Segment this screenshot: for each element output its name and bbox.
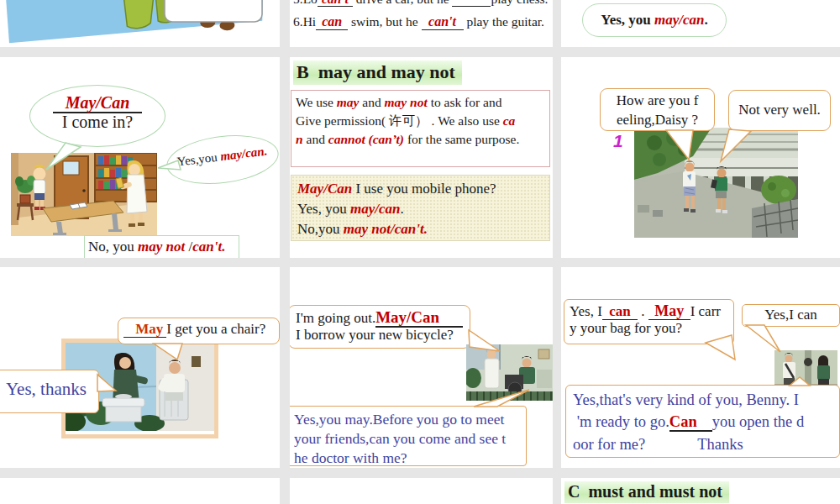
bag-red-can: can [602,304,638,320]
example-text: . [401,201,404,217]
slide-number-badge: 1 [613,131,623,151]
classroom-illustration [11,153,157,236]
benny-red-can: Can [669,413,712,432]
bag-text-4: y your bag for you? [570,320,733,337]
speech-bubble-yes-i-can: Yes,I can [742,304,840,327]
exercise-5-mid: drive a car, but he [353,0,453,6]
benny-line-2a: 'm ready to go. [573,413,669,430]
yes-i-can-text: Yes,I can [764,307,817,323]
no-you-text: No, you [88,239,138,255]
section-title-c: C must and must not [564,481,729,503]
exercise-line-5: 5.Locan't drive a car, but he play chess… [293,0,548,7]
example-red-may-not-cant: may not/can't. [344,221,428,237]
come-in-question: I come in? [30,113,165,132]
speech-bubble-yes-you-may: Yes,you may.Before you go to meet your f… [290,406,527,466]
example-red-may-can: May/Can [297,181,352,197]
slide-thumbnail-chair[interactable]: MayI get you a chair? Yes, thanks [0,267,280,468]
section-title-b: B may and may not [293,60,462,85]
slash-text: / [185,239,192,255]
slide-thumbnail-must[interactable]: C must and must not [561,478,840,504]
speech-bubble-yes-thanks: Yes, thanks [0,370,99,413]
slide-thumbnail-can-exercise[interactable]: 5.Locan't drive a car, but he play chess… [290,0,553,47]
yes-you-red-text: may/can. [219,144,268,164]
cartoon-illustration [0,0,280,47]
rule-red-cannot: cannot (can’t) [328,132,404,146]
rule-red-may: may [337,95,360,109]
exercise-5-blank-2 [452,0,491,7]
bicycle-text-2: I borrow your new bicycle? [296,327,470,344]
section-title-c-text: C must and must not [564,481,729,503]
exercise-6-mid: swim, but he [348,14,421,29]
benny-line-2b: you open the d [712,413,804,430]
rule-text: for the same purpose. [404,132,519,146]
speech-bubble-how-are-you: How are you f eeling,Daisy ? [600,88,715,131]
benny-line-3: oor for me? [573,436,645,453]
rule-text: We use [296,95,337,109]
bag-red-may: May [648,303,690,320]
grant-red-text: may/can [654,12,705,28]
exercise-6-blank-2: can't [422,15,464,30]
speech-bubble-not-very-well: Not very well. [728,90,831,131]
chair-question-text: I get you a chair? [166,321,265,337]
yes-you-text: Yes,you [176,150,221,168]
chair-red-may: May [123,321,166,338]
slide-thumbnail-rule[interactable]: B may and may not We use may and may not… [290,57,553,258]
example-text: No,you [297,221,344,237]
bag-text-2: . [638,303,648,319]
bicycle-red-may-can: May/Can [375,308,463,328]
exercise-6-end: play the guitar. [464,14,544,29]
speech-bubble-kind-of-you: Yes,that's very kind of you, Benny. I 'm… [565,385,840,458]
exercise-5-blank-1: can't [318,0,353,7]
reply-line-1: Yes,you may.Before you go to meet [294,410,526,429]
speech-bubble-yes-may-can: Yes,you may/can. [164,129,280,190]
rule-red-may-not: may not [385,95,428,109]
slide-thumbnail-bicycle[interactable]: I'm going out.May/Can I borrow your new … [290,267,553,468]
slide-thumbnail-come-in[interactable]: May/Can I come in? Yes,you may/can. No, … [0,57,280,258]
may-not-red: may not [138,239,185,255]
slide-thumbnail-grant[interactable]: Yes, you may/can. [561,0,840,47]
slide-thumbnail-blank-1[interactable] [0,478,280,504]
speech-bubble-carry-bag: Yes, Ican . MayI carr y your bag for you… [564,299,734,344]
benny-line-1: Yes,that's very kind of you, Benny. I [573,389,839,411]
example-text: I use you mobile phone? [352,181,496,197]
yes-thanks-text: Yes, thanks [6,379,87,399]
bag-text-1: Yes, I [570,303,602,319]
exercise-line-6: 6.Hican swim, but he can't play the guit… [293,14,544,30]
slide-sorter-grid: 5.Locan't drive a car, but he play chess… [0,0,840,504]
slide-thumbnail-cartoon[interactable] [0,0,280,47]
rule-text: and [359,95,384,109]
slide-thumbnail-blank-2[interactable] [290,478,553,504]
slide-thumbnail-daisy[interactable]: 1 How are you f eeling,Daisy ? Not very … [561,57,840,258]
exercise-6-blank-1: can [316,15,348,30]
speech-bubble-may-can-come-in: May/Can I come in? [29,85,165,147]
section-title-b-text: B may and may not [293,60,462,85]
example-red-may-can-2: may/can [350,201,401,217]
cant-red: can't. [192,239,225,255]
exercise-5-text: 5.Lo [293,0,318,6]
speech-bubble-borrow-bicycle: I'm going out.May/Can I borrow your new … [290,305,470,349]
how-are-you-line2: eeling,Daisy ? [601,111,714,130]
bicycle-text-1: I'm going out. [296,310,375,326]
refusal-box: No, you may not /can't. [84,235,239,258]
rule-text: to ask for and [428,95,502,109]
how-are-you-line1: How are you f [601,92,714,111]
example-text: Yes, you [297,201,350,217]
come-in-red-text: May/Can [53,93,143,113]
photo-sickroom [466,344,553,401]
not-very-well-text: Not very well. [738,102,821,118]
photo-daisy-walk [634,128,798,238]
rule-red-can-part1: ca [503,113,516,128]
grant-period: . [705,12,708,28]
rule-text: and [303,132,328,146]
reply-line-2: your friends,can you come and see t [294,429,526,449]
speech-bubble-may-chair: MayI get you a chair? [118,318,280,344]
thanks-text: Thanks [697,436,743,453]
rule-text: Give permission( 许可） . We also use [296,113,503,128]
rule-box: We use may and may not to ask for and Gi… [291,90,550,167]
examples-box: May/Can I use you mobile phone? Yes, you… [291,175,550,241]
rule-red-can-part2: n [296,132,303,146]
exercise-6-text: 6.Hi [293,14,316,29]
slide-thumbnail-bag[interactable]: Yes, Ican . MayI carr y your bag for you… [561,267,840,468]
grant-text: Yes, you [601,12,654,28]
reply-line-3: he doctor with me? [294,449,526,468]
